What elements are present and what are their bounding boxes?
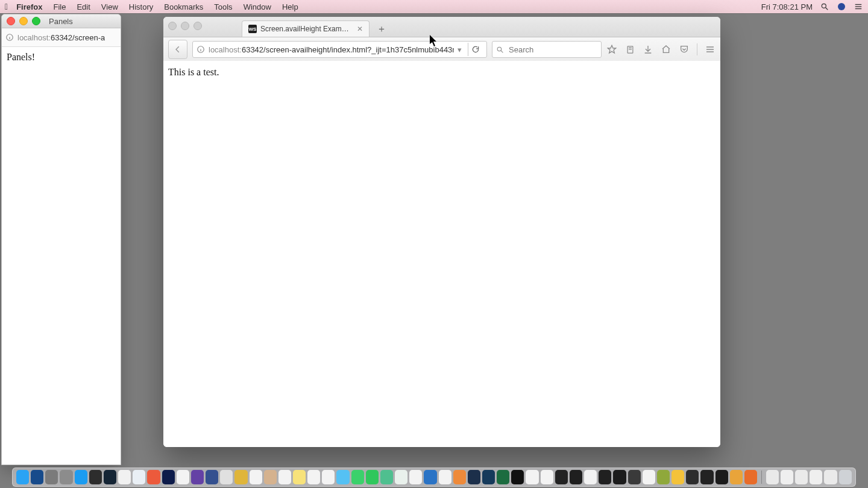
- dock-item-doc1[interactable]: [766, 470, 779, 484]
- close-button[interactable]: [7, 17, 15, 25]
- tab-close-icon[interactable]: ✕: [357, 25, 363, 33]
- panels-url[interactable]: localhost:63342/screen-a: [17, 33, 105, 42]
- bookmark-star-icon[interactable]: [606, 44, 617, 55]
- dock-app-ibooks[interactable]: [453, 470, 466, 484]
- firefox-window[interactable]: WS Screen.availHeight Example ✕ ＋ localh…: [163, 17, 720, 447]
- dock-app-clock[interactable]: [177, 470, 189, 484]
- dock-app-bitcoin[interactable]: [118, 470, 131, 484]
- home-icon[interactable]: [661, 44, 671, 55]
- zoom-button[interactable]: [32, 17, 40, 25]
- downloads-icon[interactable]: [643, 44, 653, 55]
- dock-app-blizzard[interactable]: [468, 470, 480, 484]
- browser-tab[interactable]: WS Screen.availHeight Example ✕: [242, 20, 370, 37]
- dock-app-colorpicker[interactable]: [147, 470, 160, 484]
- dock-app-drive[interactable]: [278, 470, 291, 484]
- url-dropdown-icon[interactable]: ▾: [458, 45, 462, 54]
- dock-app-app9[interactable]: [613, 470, 626, 484]
- menu-window[interactable]: Window: [244, 2, 271, 11]
- dock-app-safari[interactable]: [133, 470, 145, 484]
- menu-history[interactable]: History: [129, 2, 153, 11]
- new-tab-button[interactable]: ＋: [376, 23, 388, 35]
- hamburger-menu-icon[interactable]: [705, 44, 715, 55]
- spotlight-icon[interactable]: [820, 2, 829, 11]
- dock-app-itunes[interactable]: [439, 470, 451, 484]
- back-button[interactable]: [168, 40, 187, 59]
- dock-app-twitch[interactable]: [191, 470, 204, 484]
- dock-app-reminders[interactable]: [307, 470, 320, 484]
- dock-app-launchpad[interactable]: [60, 470, 72, 484]
- dock-app-excel[interactable]: [497, 470, 509, 484]
- dock-item-doc5[interactable]: [824, 470, 837, 484]
- siri-menubar-icon[interactable]: [837, 2, 846, 11]
- dock-app-app14[interactable]: [700, 470, 713, 484]
- menu-help[interactable]: Help: [282, 2, 298, 11]
- dock-app-finder[interactable]: [16, 470, 29, 484]
- url-bar[interactable]: localhost:63342/screen-availheight/index…: [192, 41, 487, 58]
- menubar-clock[interactable]: Fri 7:08:21 PM: [761, 2, 813, 11]
- menu-edit[interactable]: Edit: [77, 2, 90, 11]
- dock-app-app7[interactable]: [555, 470, 568, 484]
- dock-app-app12[interactable]: [671, 470, 684, 484]
- dock-app-firefox[interactable]: [744, 470, 757, 484]
- dock-item-trash[interactable]: [839, 470, 852, 484]
- dock-app-app15[interactable]: [730, 470, 743, 484]
- dock-app-spotify[interactable]: [570, 470, 582, 484]
- menu-file[interactable]: File: [53, 2, 66, 11]
- dock-app-app11[interactable]: [657, 470, 670, 484]
- dock-app-planet[interactable]: [162, 470, 175, 484]
- dock-app-terminal[interactable]: [511, 470, 524, 484]
- dock-app-notes[interactable]: [293, 470, 306, 484]
- dock-app-photos[interactable]: [322, 470, 335, 484]
- dock-app-calendar[interactable]: [250, 470, 262, 484]
- notification-center-icon[interactable]: [854, 2, 863, 11]
- dock-app-steam[interactable]: [104, 470, 116, 484]
- dock-item-doc3[interactable]: [795, 470, 808, 484]
- menu-view[interactable]: View: [101, 2, 118, 11]
- dock-item-doc4[interactable]: [810, 470, 822, 484]
- dock-app-messages[interactable]: [351, 470, 364, 484]
- dock-app-facetime[interactable]: [366, 470, 379, 484]
- dock-app-numbers[interactable]: [409, 470, 422, 484]
- panels-addressbar[interactable]: localhost:63342/screen-a: [2, 28, 121, 47]
- dock-app-app13[interactable]: [686, 470, 699, 484]
- appname-menu[interactable]: Firefox: [16, 2, 42, 11]
- dock-app-discord[interactable]: [206, 470, 218, 484]
- dock-app-chrome[interactable]: [643, 470, 655, 484]
- panels-window[interactable]: Panels localhost:63342/screen-a Panels!: [1, 14, 121, 465]
- dock-app-app8[interactable]: [599, 470, 611, 484]
- zoom-button[interactable]: [193, 22, 202, 30]
- dock-app-mail[interactable]: [336, 470, 349, 484]
- panels-titlebar[interactable]: Panels: [2, 14, 121, 28]
- menu-bookmarks[interactable]: Bookmarks: [164, 2, 203, 11]
- dock-app-mu[interactable]: [89, 470, 102, 484]
- minimize-button[interactable]: [181, 22, 189, 30]
- dock-app-app5[interactable]: [526, 470, 538, 484]
- dock-app-appstore[interactable]: [75, 470, 87, 484]
- apple-menu-icon[interactable]: : [5, 2, 8, 11]
- dock-app-app6[interactable]: [541, 470, 553, 484]
- search-box[interactable]: [492, 41, 602, 58]
- site-info-icon[interactable]: [5, 33, 14, 42]
- reading-list-icon[interactable]: [624, 44, 635, 55]
- minimize-button[interactable]: [19, 17, 28, 25]
- dock-item-doc2[interactable]: [781, 470, 793, 484]
- pocket-icon[interactable]: [679, 44, 690, 55]
- search-input[interactable]: [508, 45, 597, 55]
- url-text[interactable]: localhost:63342/screen-availheight/index…: [209, 45, 454, 54]
- dock-app-sysprefs[interactable]: [45, 470, 58, 484]
- menu-tools[interactable]: Tools: [214, 2, 232, 11]
- site-info-icon[interactable]: [197, 45, 205, 54]
- dock-app-app2[interactable]: [234, 470, 247, 484]
- dock-app-contacts[interactable]: [264, 470, 277, 484]
- reload-button[interactable]: [468, 43, 483, 56]
- dock-app-app10[interactable]: [628, 470, 641, 484]
- dock-app-siri[interactable]: [31, 470, 43, 484]
- dock-app-skype[interactable]: [584, 470, 597, 484]
- close-button[interactable]: [168, 22, 177, 30]
- dock-app-webstorm[interactable]: [715, 470, 728, 484]
- dock-app-app1[interactable]: [220, 470, 233, 484]
- dock-app-bnet[interactable]: [482, 470, 495, 484]
- dock-app-app3[interactable]: [380, 470, 393, 484]
- dock-app-maps[interactable]: [395, 470, 407, 484]
- dock-app-app4[interactable]: [424, 470, 436, 484]
